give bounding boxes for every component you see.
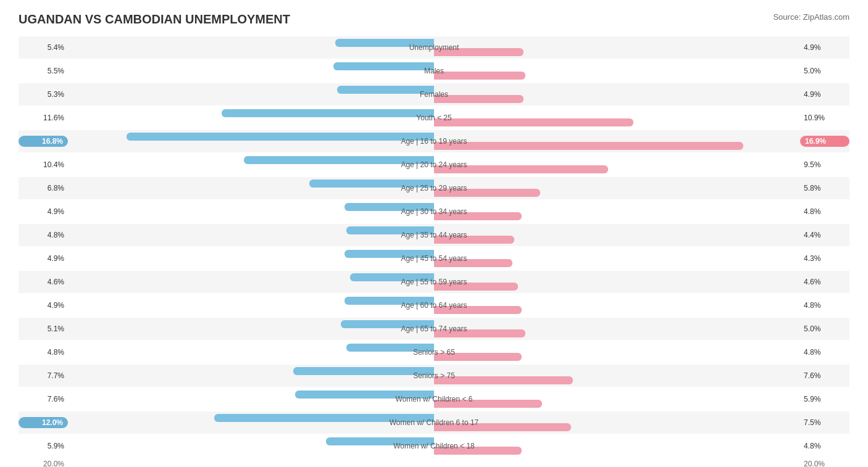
two-bars: Seniors > 75 xyxy=(68,365,800,387)
pink-bar xyxy=(434,447,522,455)
chart-row: 5.1%Age | 65 to 74 years5.0% xyxy=(19,318,849,340)
two-bars: Women w/ Children < 18 xyxy=(68,435,800,457)
two-bars: Age | 45 to 54 years xyxy=(68,247,800,270)
chart-row: 6.8%Age | 25 to 29 years5.8% xyxy=(19,177,849,199)
blue-bar xyxy=(293,367,434,375)
two-bars: Age | 65 to 74 years xyxy=(68,318,800,340)
bars-section: Age | 16 to 19 years xyxy=(68,130,800,152)
blue-bar-row xyxy=(68,414,800,422)
bars-section: Age | 35 to 44 years xyxy=(68,224,800,246)
left-value: 5.9% xyxy=(19,442,68,450)
pink-bar-row xyxy=(68,353,800,361)
two-bars: Age | 35 to 44 years xyxy=(68,224,800,246)
pink-bar xyxy=(434,353,522,361)
right-value: 16.9% xyxy=(800,136,849,147)
two-bars: Women w/ Children < 6 xyxy=(68,388,800,410)
blue-bar-row xyxy=(68,133,800,141)
chart-row: 4.9%Age | 45 to 54 years4.3% xyxy=(19,247,849,270)
pink-bar-row xyxy=(68,165,800,173)
pink-bar xyxy=(434,423,571,431)
bars-section: Age | 30 to 34 years xyxy=(68,200,800,223)
pink-bar-row xyxy=(68,212,800,220)
chart-row: 7.6%Women w/ Children < 65.9% xyxy=(19,388,849,410)
bars-section: Women w/ Children < 6 xyxy=(68,388,800,410)
blue-bar xyxy=(127,133,434,141)
pink-bar xyxy=(434,118,633,126)
chart-row: 5.4%Unemployment4.9% xyxy=(19,36,849,59)
pink-bar xyxy=(434,329,525,337)
blue-bar-row xyxy=(68,62,800,70)
pink-bar-row xyxy=(68,259,800,267)
left-value: 5.3% xyxy=(19,90,68,99)
right-value: 4.8% xyxy=(800,301,849,310)
pink-bar-row xyxy=(68,72,800,80)
bars-section: Seniors > 75 xyxy=(68,365,800,387)
bars-section: Age | 20 to 24 years xyxy=(68,154,800,176)
pink-bar-row xyxy=(68,329,800,337)
left-value: 4.9% xyxy=(19,207,68,216)
two-bars: Age | 16 to 19 years xyxy=(68,130,800,152)
chart-container: UGANDAN VS CAMBODIAN UNEMPLOYMENT Source… xyxy=(0,0,868,467)
pink-bar xyxy=(434,212,522,220)
blue-bar xyxy=(295,391,434,399)
blue-bar xyxy=(344,250,434,258)
chart-row: 16.8%Age | 16 to 19 years16.9% xyxy=(19,130,849,152)
left-value: 4.9% xyxy=(19,254,68,263)
right-value: 5.8% xyxy=(800,184,849,192)
chart-row: 4.8%Seniors > 654.8% xyxy=(19,341,849,363)
right-value: 4.9% xyxy=(800,43,849,52)
chart-row: 10.4%Age | 20 to 24 years9.5% xyxy=(19,154,849,176)
chart-row: 12.0%Women w/ Children 6 to 177.5% xyxy=(19,411,849,434)
right-value: 7.5% xyxy=(800,418,849,427)
right-value: 7.6% xyxy=(800,371,849,380)
chart-title: UGANDAN VS CAMBODIAN UNEMPLOYMENT xyxy=(19,12,290,27)
left-value: 5.1% xyxy=(19,324,68,333)
pink-bar-row xyxy=(68,118,800,126)
right-value: 4.3% xyxy=(800,254,849,263)
chart-row: 5.3%Females4.9% xyxy=(19,83,849,105)
blue-bar-row xyxy=(68,109,800,117)
blue-bar-row xyxy=(68,344,800,352)
right-value: 4.9% xyxy=(800,90,849,99)
right-value: 4.4% xyxy=(800,231,849,239)
blue-bar xyxy=(326,437,434,445)
left-value: 4.8% xyxy=(19,231,68,239)
right-value: 4.8% xyxy=(800,348,849,357)
right-value: 5.0% xyxy=(800,324,849,333)
blue-bar xyxy=(346,344,434,352)
two-bars: Males xyxy=(68,60,800,82)
right-value: 9.5% xyxy=(800,160,849,169)
pink-bar-row xyxy=(68,306,800,314)
blue-bar-row xyxy=(68,297,800,305)
pink-bar xyxy=(434,142,743,150)
chart-area: 5.4%Unemployment4.9%5.5%Males5.0%5.3%Fem… xyxy=(19,36,849,457)
blue-bar-row xyxy=(68,250,800,258)
pink-bar xyxy=(434,400,542,408)
pink-bar-row xyxy=(68,283,800,291)
bars-section: Women w/ Children < 18 xyxy=(68,435,800,457)
left-value: 12.0% xyxy=(19,417,68,428)
pink-bar-row xyxy=(68,48,800,56)
blue-bar xyxy=(214,414,434,422)
two-bars: Age | 60 to 64 years xyxy=(68,294,800,316)
bars-section: Males xyxy=(68,60,800,82)
chart-row: 5.9%Women w/ Children < 184.8% xyxy=(19,435,849,457)
chart-row: 5.5%Males5.0% xyxy=(19,60,849,82)
pink-bar xyxy=(434,306,522,314)
pink-bar xyxy=(434,236,514,244)
bars-section: Age | 60 to 64 years xyxy=(68,294,800,316)
blue-bar xyxy=(350,273,434,281)
blue-bar-row xyxy=(68,156,800,164)
bars-section: Youth < 25 xyxy=(68,107,800,129)
two-bars: Age | 55 to 59 years xyxy=(68,271,800,293)
blue-bar xyxy=(335,39,434,47)
blue-bar xyxy=(346,226,434,234)
axis-row: 20.0% 20.0% xyxy=(19,460,849,467)
blue-bar xyxy=(344,297,434,305)
pink-bar-row xyxy=(68,376,800,384)
two-bars: Age | 25 to 29 years xyxy=(68,177,800,199)
blue-bar-row xyxy=(68,203,800,211)
blue-bar xyxy=(244,156,434,164)
two-bars: Youth < 25 xyxy=(68,107,800,129)
right-value: 10.9% xyxy=(800,114,849,122)
